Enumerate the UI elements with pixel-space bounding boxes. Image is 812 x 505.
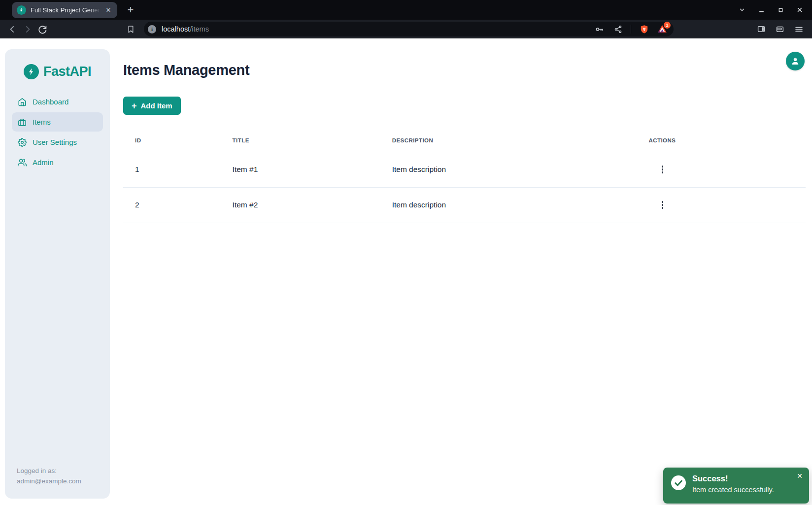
toast-message: Item created successfully.	[692, 486, 774, 494]
table-row: 1 Item #1 Item description	[123, 152, 806, 187]
add-item-label: Add Item	[141, 101, 172, 110]
cell-description: Item description	[392, 187, 649, 223]
row-actions-kebab-icon[interactable]	[655, 163, 669, 176]
row-actions-kebab-icon[interactable]	[655, 198, 669, 212]
sidebar-item-dashboard[interactable]: Dashboard	[12, 92, 103, 111]
add-item-button[interactable]: + Add Item	[123, 97, 181, 115]
user-avatar-button[interactable]	[786, 52, 805, 70]
toast-title: Success!	[692, 474, 774, 483]
cell-title: Item #1	[233, 152, 392, 187]
check-circle-icon	[671, 475, 686, 492]
browser-window: Full Stack Project Genera ✕ +	[0, 0, 812, 505]
users-icon	[18, 158, 27, 167]
url-host: localhost	[162, 25, 190, 33]
page-content: FastAPI Dashboard Items User Settings	[0, 38, 812, 505]
menu-hamburger-icon[interactable]	[791, 22, 806, 36]
share-icon[interactable]	[612, 23, 624, 35]
window-controls	[735, 0, 807, 20]
tab-search-chevron-icon[interactable]	[735, 2, 749, 17]
fastapi-logo: FastAPI	[5, 64, 110, 79]
col-header-actions: ACTIONS	[648, 129, 806, 152]
back-button[interactable]	[5, 22, 20, 36]
site-info-icon[interactable]: i	[148, 25, 156, 34]
logged-in-footer: Logged in as: admin@example.com	[5, 466, 110, 499]
fastapi-logo-icon	[24, 64, 39, 79]
toast-close-icon[interactable]: ✕	[795, 471, 804, 481]
user-icon	[790, 56, 801, 67]
sidebar-item-user-settings[interactable]: User Settings	[12, 133, 103, 152]
sidebar-item-label: Dashboard	[33, 98, 68, 106]
maximize-button[interactable]	[773, 2, 788, 17]
toolbar-right	[754, 22, 807, 36]
sidebar-item-label: User Settings	[33, 138, 77, 146]
reload-button[interactable]	[34, 22, 49, 36]
forward-button[interactable]	[20, 22, 34, 36]
browser-toolbar: i localhost /items	[0, 20, 812, 38]
wallet-icon[interactable]	[773, 22, 787, 36]
sidebar-item-admin[interactable]: Admin	[12, 153, 103, 172]
col-header-title: TITLE	[233, 129, 392, 152]
fastapi-logo-text: FastAPI	[43, 64, 91, 79]
briefcase-icon	[18, 118, 27, 127]
sidebar-toggle-icon[interactable]	[754, 22, 769, 36]
cell-description: Item description	[392, 152, 649, 187]
sidebar: FastAPI Dashboard Items User Settings	[5, 49, 110, 499]
logged-in-email: admin@example.com	[17, 476, 104, 487]
tab-title: Full Stack Project Genera	[31, 6, 103, 14]
password-key-icon[interactable]	[593, 23, 605, 35]
sidebar-nav: Dashboard Items User Settings Admin	[5, 92, 110, 172]
browser-tab[interactable]: Full Stack Project Genera ✕	[12, 2, 117, 18]
gear-icon	[18, 138, 27, 147]
fastapi-favicon-icon	[17, 5, 26, 15]
col-header-description: DESCRIPTION	[392, 129, 649, 152]
rewards-badge: 1	[664, 22, 671, 29]
brave-shield-icon[interactable]	[638, 23, 650, 35]
home-icon	[18, 98, 27, 106]
page-title: Items Management	[123, 38, 806, 78]
col-header-id: ID	[123, 129, 233, 152]
logged-in-label: Logged in as:	[17, 466, 104, 476]
cell-title: Item #2	[233, 187, 392, 223]
bookmark-icon[interactable]	[123, 22, 138, 36]
new-tab-button[interactable]: +	[123, 2, 138, 17]
close-window-button[interactable]	[792, 2, 807, 17]
sidebar-item-label: Admin	[33, 158, 54, 167]
tab-close-icon[interactable]: ✕	[103, 5, 113, 15]
table-row: 2 Item #2 Item description	[123, 187, 806, 223]
main-area: Items Management + Add Item ID TITLE DES…	[123, 38, 812, 223]
cell-id: 2	[123, 187, 233, 223]
success-toast: Success! Item created successfully. ✕	[663, 468, 809, 504]
items-table: ID TITLE DESCRIPTION ACTIONS 1 Item #1 I…	[123, 129, 806, 223]
toolbar-divider	[631, 25, 631, 34]
sidebar-item-items[interactable]: Items	[12, 112, 103, 132]
url-bar[interactable]: i localhost /items	[144, 22, 674, 36]
url-path: /items	[190, 25, 209, 33]
cell-id: 1	[123, 152, 233, 187]
toast-text: Success! Item created successfully.	[692, 474, 774, 494]
table-header-row: ID TITLE DESCRIPTION ACTIONS	[123, 129, 806, 152]
plus-icon: +	[132, 101, 137, 110]
sidebar-item-label: Items	[33, 118, 51, 126]
minimize-button[interactable]	[754, 2, 769, 17]
tab-strip: Full Stack Project Genera ✕ +	[0, 0, 812, 20]
